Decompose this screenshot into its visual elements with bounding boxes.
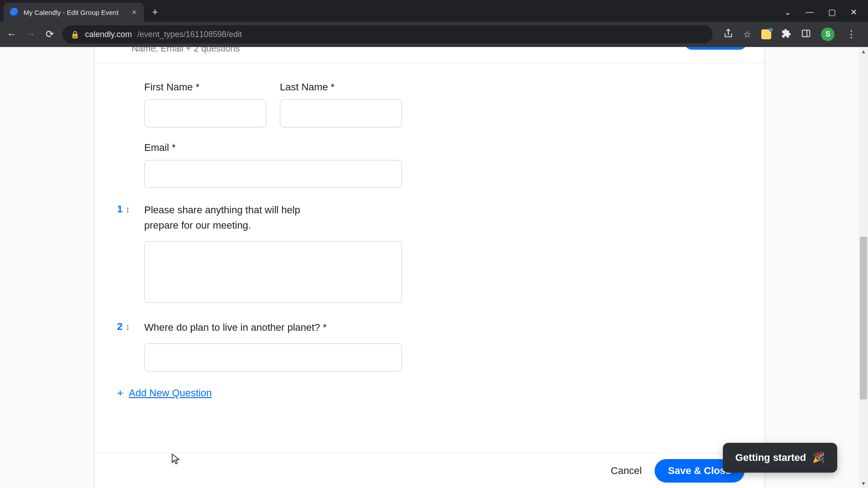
- extensions-puzzle-icon[interactable]: [781, 28, 791, 41]
- plus-icon: +: [117, 387, 123, 399]
- last-name-label: Last Name *: [280, 81, 402, 93]
- url-host: calendly.com: [85, 30, 132, 39]
- add-new-question-label: Add New Question: [129, 387, 212, 399]
- browser-menu-icon[interactable]: ⋮: [844, 28, 858, 40]
- window-maximize-icon[interactable]: ▢: [828, 7, 836, 17]
- tab-title: My Calendly - Edit Group Event: [24, 9, 125, 16]
- scrollbar-track[interactable]: ▲ ▼: [859, 47, 868, 488]
- browser-toolbar: ← → ⟳ 🔒 calendly.com/event_types/1611085…: [0, 22, 868, 47]
- header-action-pill[interactable]: [684, 47, 747, 50]
- question-2: 2 ↕ Where do plan to live in another pla…: [117, 320, 742, 371]
- question-1-label: Please share anything that will help pre…: [144, 202, 334, 233]
- tabs-dropdown-icon[interactable]: ⌄: [784, 7, 791, 17]
- question-2-input[interactable]: [144, 343, 402, 371]
- section-subtitle: Name, Email + 2 questions: [94, 47, 764, 63]
- cancel-button[interactable]: Cancel: [611, 465, 642, 477]
- browser-tab[interactable]: My Calendly - Edit Group Event ×: [4, 3, 144, 22]
- lock-icon: 🔒: [71, 30, 80, 39]
- favicon-icon: [10, 8, 19, 17]
- scrollbar-thumb[interactable]: [860, 237, 867, 399]
- profile-avatar[interactable]: S: [821, 28, 835, 41]
- question-number: 1: [117, 203, 123, 215]
- first-name-field: First Name *: [144, 81, 266, 127]
- bookmark-star-icon[interactable]: ☆: [743, 29, 751, 40]
- last-name-input[interactable]: [280, 99, 402, 127]
- svg-rect-0: [802, 30, 810, 37]
- new-tab-button[interactable]: +: [147, 3, 163, 22]
- email-label: Email *: [144, 142, 402, 154]
- window-close-icon[interactable]: ✕: [850, 7, 857, 17]
- scroll-down-icon[interactable]: ▼: [859, 479, 868, 488]
- question-2-label: Where do plan to live in another planet?…: [144, 320, 334, 335]
- first-name-input[interactable]: [144, 99, 266, 127]
- toolbar-right: ☆ S ⋮: [719, 28, 863, 41]
- getting-started-toast[interactable]: Getting started 🎉: [723, 443, 837, 473]
- question-1-input[interactable]: [144, 241, 402, 303]
- nav-reload-icon[interactable]: ⟳: [43, 28, 56, 40]
- page-viewport: Name, Email + 2 questions First Name * L…: [0, 47, 868, 488]
- scroll-up-icon[interactable]: ▲: [859, 47, 868, 56]
- last-name-field: Last Name *: [280, 81, 402, 127]
- extension-badge-icon[interactable]: [761, 29, 771, 39]
- url-path: /event_types/161108598/edit: [137, 30, 242, 39]
- nav-forward-icon[interactable]: →: [24, 28, 37, 40]
- party-popper-icon: 🎉: [812, 452, 825, 464]
- question-1: 1 ↕ Please share anything that will help…: [117, 202, 742, 305]
- window-minimize-icon[interactable]: ―: [806, 7, 814, 17]
- form-area: First Name * Last Name * Email * 1 ↕: [94, 63, 764, 418]
- question-number: 2: [117, 321, 123, 333]
- first-name-label: First Name *: [144, 81, 266, 93]
- add-new-question-button[interactable]: + Add New Question: [117, 387, 742, 399]
- side-panel-icon[interactable]: [801, 28, 811, 41]
- drag-handle-icon[interactable]: ↕: [125, 322, 130, 332]
- form-card: Name, Email + 2 questions First Name * L…: [94, 47, 765, 488]
- browser-tabstrip: My Calendly - Edit Group Event × + ⌄ ― ▢…: [0, 0, 868, 22]
- email-input[interactable]: [144, 160, 402, 188]
- share-icon[interactable]: [723, 28, 733, 41]
- address-bar[interactable]: 🔒 calendly.com/event_types/161108598/edi…: [62, 25, 712, 43]
- email-field: Email *: [144, 142, 402, 188]
- tab-close-icon[interactable]: ×: [130, 8, 138, 17]
- nav-back-icon[interactable]: ←: [5, 28, 18, 40]
- getting-started-label: Getting started: [736, 452, 806, 464]
- window-controls: ⌄ ― ▢ ✕: [784, 7, 868, 22]
- drag-handle-icon[interactable]: ↕: [125, 204, 130, 215]
- form-footer: Cancel Save & Close: [94, 453, 764, 488]
